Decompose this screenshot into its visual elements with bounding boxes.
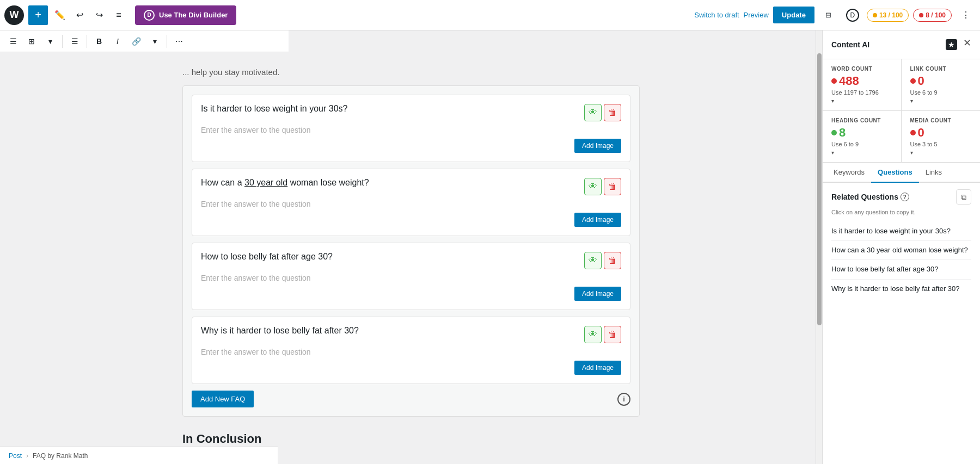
faq-card-4: Why is it harder to lose belly fat after… <box>192 317 630 384</box>
add-image-button-3[interactable]: Add Image <box>574 287 621 301</box>
list-view-button[interactable]: ≡ <box>109 5 128 25</box>
faq-card-2-header: How can a 30 year old woman lose weight?… <box>201 178 621 195</box>
divi-icon: D <box>144 10 155 21</box>
redo-button[interactable]: ↪ <box>89 5 109 25</box>
word-count-cell: WORD COUNT 488 Use 1197 to 1796 ▾ <box>823 59 902 111</box>
breadcrumb-separator: › <box>26 452 28 460</box>
related-question-item-2[interactable]: How can a 30 year old woman lose weight? <box>831 241 971 260</box>
wp-logo: W <box>4 5 24 25</box>
main-layout: ... help you stay motivated. Is it harde… <box>0 52 980 464</box>
media-count-chevron[interactable]: ▾ <box>910 150 972 156</box>
faq-answer-placeholder-3[interactable]: Enter the answer to the question <box>201 274 621 282</box>
motivated-text: ... help you stay motivated. <box>182 63 640 85</box>
editor-area: ... help you stay motivated. Is it harde… <box>0 52 822 464</box>
faq-card-2: How can a 30 year old woman lose weight?… <box>192 169 630 236</box>
faq-card-3-actions: 👁 🗑 <box>584 252 621 269</box>
columns-icon-button[interactable]: ⊟ <box>819 5 838 25</box>
in-conclusion-heading: In Conclusion <box>182 421 640 450</box>
sidebar-close-button[interactable]: ✕ <box>963 37 971 52</box>
breadcrumb-faq: FAQ by Rank Math <box>33 452 88 460</box>
faq-card-2-bottom: Add Image <box>201 213 621 227</box>
sidebar-star-icon[interactable]: ★ <box>944 37 959 52</box>
rank-score-2-badge[interactable]: 8 / 100 <box>913 9 952 22</box>
faq-answer-placeholder-4[interactable]: Enter the answer to the question <box>201 348 621 356</box>
breadcrumb-post[interactable]: Post <box>9 452 22 460</box>
faq-card-1-header: Is it harder to lose weight in your 30s?… <box>201 104 621 121</box>
add-new-faq-button[interactable]: Add New FAQ <box>192 391 254 407</box>
rank-score-1-value: 13 / 100 <box>879 11 903 19</box>
faq-eye-icon-2[interactable]: 👁 <box>584 178 602 195</box>
faq-card-3: How to lose belly fat after age 30? 👁 🗑 … <box>192 243 630 310</box>
faq-delete-icon-3[interactable]: 🗑 <box>604 252 621 269</box>
rank-dot-2 <box>919 13 923 17</box>
faq-eye-icon-4[interactable]: 👁 <box>584 326 602 343</box>
scroll-thumb[interactable] <box>817 53 822 325</box>
faq-card-4-bottom: Add Image <box>201 361 621 375</box>
tab-questions[interactable]: Questions <box>871 163 919 183</box>
switch-draft-button[interactable]: Switch to draft <box>694 11 739 19</box>
link-count-dot <box>910 78 916 84</box>
format-italic-button[interactable]: I <box>109 33 126 50</box>
rank-score-1-badge[interactable]: 13 / 100 <box>867 9 909 22</box>
faq-eye-icon-3[interactable]: 👁 <box>584 252 602 269</box>
faq-delete-icon-1[interactable]: 🗑 <box>604 104 621 121</box>
word-count-value: 488 <box>831 74 892 88</box>
info-icon[interactable]: i <box>617 393 630 406</box>
click-hint: Click on any question to copy it. <box>831 209 971 215</box>
faq-question-2[interactable]: How can a 30 year old woman lose weight? <box>201 178 584 188</box>
heading-count-chevron[interactable]: ▾ <box>831 150 892 156</box>
editor-content: ... help you stay motivated. Is it harde… <box>182 63 640 450</box>
format-list-button[interactable]: ☰ <box>4 33 22 50</box>
faq-question-1[interactable]: Is it harder to lose weight in your 30s? <box>201 104 584 114</box>
link-count-cell: LINK COUNT 0 Use 6 to 9 ▾ <box>902 59 981 111</box>
faq-delete-icon-4[interactable]: 🗑 <box>604 326 621 343</box>
related-question-item-1[interactable]: Is it harder to lose weight in your 30s? <box>831 222 971 241</box>
faq-delete-icon-2[interactable]: 🗑 <box>604 178 621 195</box>
add-image-button-2[interactable]: Add Image <box>574 213 621 227</box>
format-more-button[interactable]: ⋯ <box>170 33 188 50</box>
format-chevron-button[interactable]: ▾ <box>41 33 59 50</box>
faq-answer-placeholder-1[interactable]: Enter the answer to the question <box>201 126 621 134</box>
link-count-value: 0 <box>910 74 972 88</box>
faq-underline-2: 30 year old <box>244 178 287 187</box>
add-block-button[interactable]: + <box>28 5 48 25</box>
word-count-hint: Use 1197 to 1796 <box>831 89 892 96</box>
faq-question-4[interactable]: Why is it harder to lose belly fat after… <box>201 326 584 336</box>
update-button[interactable]: Update <box>773 7 814 23</box>
faq-card-1-actions: 👁 🗑 <box>584 104 621 121</box>
related-question-item-4[interactable]: Why is it harder to lose belly fat after… <box>831 280 971 298</box>
undo-button[interactable]: ↩ <box>70 5 89 25</box>
format-link-button[interactable]: 🔗 <box>127 33 145 50</box>
divi-builder-button[interactable]: D Use The Divi Builder <box>135 5 236 25</box>
media-count-hint: Use 3 to 5 <box>910 141 972 147</box>
more-options-button[interactable]: ⋮ <box>956 5 976 25</box>
media-count-label: MEDIA COUNT <box>910 117 972 123</box>
add-image-button-1[interactable]: Add Image <box>574 139 621 153</box>
format-bold-button[interactable]: B <box>90 33 108 50</box>
preview-button[interactable]: Preview <box>744 11 769 19</box>
tab-links[interactable]: Links <box>919 163 948 183</box>
word-count-chevron[interactable]: ▾ <box>831 98 892 104</box>
faq-eye-icon-1[interactable]: 👁 <box>584 104 602 121</box>
related-questions-help-icon[interactable]: ? <box>901 193 909 201</box>
heading-count-dot <box>831 130 837 135</box>
faq-bottom-bar: Add New FAQ i <box>192 391 630 407</box>
faq-answer-placeholder-2[interactable]: Enter the answer to the question <box>201 200 621 208</box>
link-count-chevron[interactable]: ▾ <box>910 98 972 104</box>
format-align-button[interactable]: ☰ <box>66 33 83 50</box>
related-question-item-3[interactable]: How to lose belly fat after age 30? <box>831 260 971 279</box>
faq-container: Is it harder to lose weight in your 30s?… <box>182 85 640 417</box>
tab-keywords[interactable]: Keywords <box>827 163 871 183</box>
format-chevron2-button[interactable]: ▾ <box>146 33 163 50</box>
heading-count-cell: HEADING COUNT 8 Use 6 to 9 ▾ <box>823 111 902 162</box>
edit-icon-button[interactable]: ✏️ <box>50 5 70 25</box>
format-grid-button[interactable]: ⊞ <box>23 33 40 50</box>
sidebar-title: Content AI <box>831 40 869 49</box>
divi-circle-button[interactable]: D <box>843 5 862 25</box>
link-count-hint: Use 6 to 9 <box>910 89 972 96</box>
faq-question-3[interactable]: How to lose belly fat after age 30? <box>201 252 584 262</box>
copy-all-button[interactable]: ⧉ <box>956 189 971 205</box>
heading-count-label: HEADING COUNT <box>831 117 892 123</box>
add-image-button-4[interactable]: Add Image <box>574 361 621 375</box>
related-questions-header: Related Questions ? ⧉ <box>831 189 971 205</box>
